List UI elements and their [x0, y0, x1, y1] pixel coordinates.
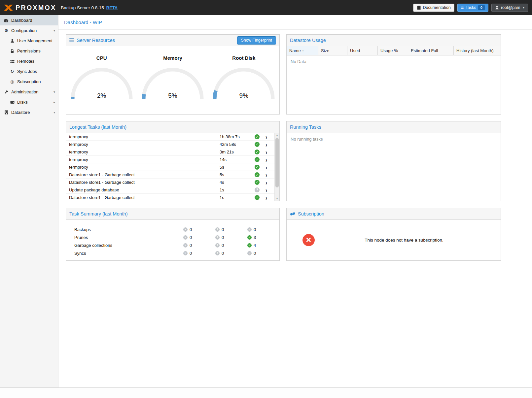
documentation-button[interactable]: Documentation — [413, 4, 454, 12]
datastore-usage-title: Datastore Usage — [290, 38, 326, 43]
chevron-right-icon[interactable]: › — [266, 164, 274, 170]
sidebar-item-label: Disks — [17, 100, 28, 105]
task-name: Datastore store1 - Garbage collect — [69, 180, 220, 185]
task-name: termproxy — [69, 165, 220, 170]
column-header-usage-percent[interactable]: Usage % — [378, 46, 408, 55]
running-tasks-header: Running Tasks — [287, 121, 501, 133]
table-row: Garbage collections ×0 !0 ✓4 — [66, 241, 279, 249]
task-duration: 1s — [220, 195, 255, 200]
main-content: Dashboard - WIP — [58, 15, 532, 387]
task-duration: 42m 58s — [220, 142, 255, 147]
gauge-value: 2% — [70, 92, 133, 99]
sidebar-item-sync-jobs[interactable]: ↻ Sync Jobs — [0, 66, 58, 77]
sidebar-item-configuration[interactable]: ⚙ Configuration ▾ — [0, 25, 58, 36]
table-row[interactable]: termproxy 14s ✓ › — [66, 156, 274, 163]
task-list-icon: ≡ — [461, 5, 464, 10]
longest-tasks-list: termproxy 1h 38m 7s ✓ › termproxy 42m 58… — [66, 133, 279, 201]
chevron-right-icon[interactable]: › — [266, 142, 274, 147]
warning-count: !0 — [215, 235, 247, 240]
task-name: termproxy — [69, 157, 220, 162]
warning-count: !0 — [215, 227, 247, 232]
scroll-down-icon[interactable]: ▼ — [275, 196, 279, 201]
chevron-right-icon[interactable]: › — [266, 149, 274, 155]
sidebar-item-subscription[interactable]: ◎ Subscription — [0, 77, 58, 87]
sidebar-item-label: User Management — [17, 38, 53, 43]
sidebar-item-datastore[interactable]: Datastore ▾ — [0, 107, 58, 117]
chevron-right-icon[interactable]: › — [266, 195, 274, 200]
proxmox-backup-server-app: PROXMOX Backup Server 0.8-15 BETA Docume… — [0, 0, 532, 398]
scroll-up-icon[interactable]: ▲ — [275, 133, 279, 138]
table-row: Prunes ×0 !0 ✓3 — [66, 233, 279, 241]
task-summary-header: Task Summary (last Month) — [66, 208, 279, 220]
running-tasks-panel: Running Tasks No running tasks — [286, 121, 501, 201]
chevron-right-icon[interactable]: › — [266, 157, 274, 162]
summary-category: Garbage collections — [74, 243, 183, 248]
column-header-name[interactable]: Name↑ — [287, 46, 318, 55]
table-row[interactable]: Datastore store1 - Garbage collect 4s ✓ … — [66, 179, 274, 186]
sidebar-item-administration[interactable]: Administration ▾ — [0, 87, 58, 97]
sidebar-item-disks[interactable]: Disks ▸ — [0, 97, 58, 107]
ok-count: ✓4 — [247, 243, 279, 248]
sidebar-item-label: Configuration — [11, 28, 37, 33]
warning-icon: ! — [215, 251, 220, 255]
chevron-right-icon[interactable]: › — [266, 134, 274, 140]
table-row[interactable]: Datastore store1 - Garbage collect 5s ✓ … — [66, 171, 274, 179]
column-header-estimated-full[interactable]: Estimated Full — [408, 46, 454, 55]
table-row[interactable]: termproxy 3m 21s ✓ › — [66, 148, 274, 156]
product-version: Backup Server 0.8-15 — [61, 5, 104, 10]
sidebar-item-user-management[interactable]: User Management — [0, 36, 58, 46]
ok-count: ✓0 — [247, 251, 279, 256]
task-name: termproxy — [69, 134, 220, 139]
caret-down-icon: ▾ — [53, 29, 55, 32]
server-resources-title: Server Resources — [77, 38, 115, 43]
table-row[interactable]: termproxy 42m 58s ✓ › — [66, 141, 274, 148]
table-row[interactable]: Update package database 1s ? › — [66, 186, 274, 194]
sort-asc-icon: ↑ — [302, 49, 304, 53]
proxmox-x-icon — [4, 4, 13, 12]
gauge-label: Root Disk — [211, 55, 277, 61]
warning-count: !0 — [215, 251, 247, 256]
server-resources-panel: Server Resources Show Fingerprint CPU — [66, 34, 280, 115]
table-row[interactable]: Datastore store1 - Garbage collect 1s ✓ … — [66, 194, 274, 201]
show-fingerprint-button[interactable]: Show Fingerprint — [237, 36, 276, 45]
ok-status-icon: ✓ — [255, 142, 260, 147]
chevron-right-icon[interactable]: › — [266, 180, 274, 185]
ok-status-icon: ✓ — [255, 195, 260, 200]
column-header-history[interactable]: History (last Month) — [454, 46, 501, 55]
server-resources-header: Server Resources Show Fingerprint — [66, 35, 279, 46]
error-count: ×0 — [183, 243, 215, 248]
beta-link[interactable]: BETA — [106, 5, 118, 10]
task-summary-panel: Task Summary (last Month) Backups ×0 !0 … — [66, 208, 280, 261]
sidebar-item-label: Datastore — [11, 110, 30, 115]
caret-down-icon: ▾ — [523, 6, 524, 9]
gears-icon: ⚙ — [4, 28, 9, 33]
summary-category: Prunes — [74, 235, 183, 240]
column-header-size[interactable]: Size — [318, 46, 347, 55]
tasks-button[interactable]: ≡ Tasks 0 — [457, 4, 488, 12]
task-name: Datastore store1 - Garbage collect — [69, 172, 220, 177]
task-duration: 4s — [220, 180, 255, 185]
sidebar-item-remotes[interactable]: Remotes — [0, 56, 58, 66]
scrollbar[interactable]: ▲ ▼ — [274, 133, 279, 201]
sidebar-item-dashboard[interactable]: Dashboard — [0, 15, 58, 25]
sidebar-item-permissions[interactable]: Permissions — [0, 46, 58, 56]
datastore-usage-panel: Datastore Usage Name↑ Size Used Usage % … — [286, 34, 501, 115]
root-disk-gauge: Root Disk 9% — [211, 55, 277, 114]
error-count: ×0 — [183, 227, 215, 232]
user-menu-button[interactable]: root@pam ▾ — [491, 4, 528, 12]
tasks-label: Tasks — [466, 5, 476, 10]
table-row[interactable]: termproxy 5s ✓ › — [66, 163, 274, 171]
sidebar-item-label: Remotes — [17, 59, 34, 64]
subscription-panel: Subscription × This node does not have a… — [286, 208, 501, 261]
memory-gauge: Memory 5% — [140, 55, 206, 114]
scrollbar-thumb[interactable] — [275, 138, 279, 187]
caret-down-icon: ▾ — [53, 111, 55, 114]
table-row[interactable]: termproxy 1h 38m 7s ✓ › — [66, 133, 274, 141]
chevron-right-icon[interactable]: › — [266, 187, 274, 193]
task-duration: 3m 21s — [220, 149, 255, 154]
sync-icon: ↻ — [10, 69, 15, 74]
chevron-right-icon[interactable]: › — [266, 172, 274, 178]
sidebar-item-label: Administration — [11, 89, 38, 94]
datastore-table-header: Name↑ Size Used Usage % Estimated Full H… — [287, 46, 501, 55]
column-header-used[interactable]: Used — [347, 46, 378, 55]
